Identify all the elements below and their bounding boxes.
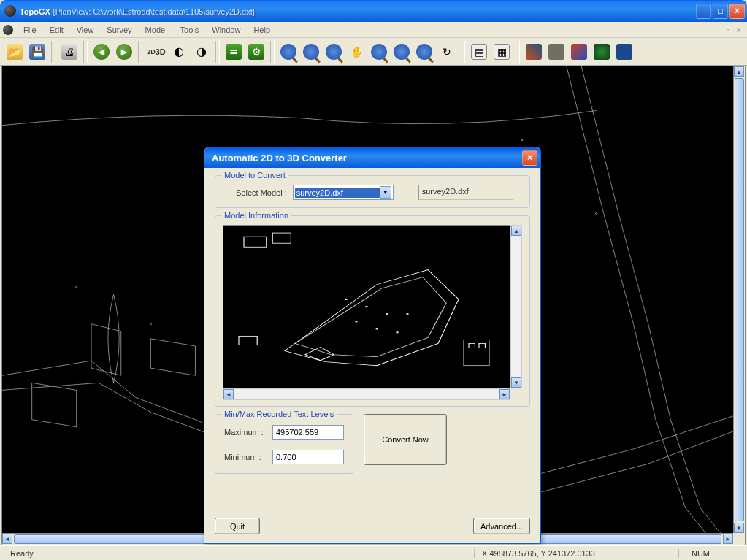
menu-help[interactable]: Help: [248, 24, 276, 36]
settings-button[interactable]: ⚙: [246, 42, 267, 62]
nav-back-button[interactable]: ◄: [91, 42, 112, 62]
menu-file[interactable]: File: [18, 24, 42, 36]
svg-point-16: [386, 313, 388, 315]
model-preview-canvas[interactable]: [223, 225, 510, 388]
menu-survey[interactable]: Survey: [101, 24, 137, 36]
render4-button[interactable]: [591, 42, 612, 62]
select-model-label: Select Model :: [236, 188, 287, 197]
select-model-value: survey2D.dxf: [295, 188, 380, 198]
wireframe-icon: ◐: [171, 44, 187, 60]
layers-icon: ≣: [226, 44, 242, 60]
zoom-prev-button[interactable]: [414, 42, 434, 62]
dialog-title: Automatic 2D to 3D Converter: [212, 153, 522, 164]
render-dots-icon: [616, 44, 632, 60]
document-title: [PlanView: C:\work\Estroad\test data\110…: [53, 7, 255, 16]
scroll-up-arrow[interactable]: ▲: [511, 226, 521, 236]
scroll-down-arrow[interactable]: ▼: [511, 377, 521, 388]
svg-point-15: [366, 306, 367, 307]
mdi-restore-button[interactable]: ▫: [724, 26, 732, 34]
arrow-left-icon: ◄: [93, 44, 110, 60]
chevron-down-icon: ▼: [380, 186, 391, 199]
vertical-scroll-thumb[interactable]: [735, 78, 744, 521]
gears-icon: ⚙: [248, 44, 264, 60]
zoom-extents-icon: [326, 44, 342, 60]
render1-button[interactable]: [524, 42, 544, 62]
svg-rect-11: [244, 237, 267, 247]
group-legend: Model Information: [221, 211, 291, 220]
menu-window[interactable]: Window: [206, 24, 246, 36]
dialog-titlebar[interactable]: Automatic 2D to 3D Converter ×: [204, 147, 540, 168]
menu-tools[interactable]: Tools: [175, 24, 205, 36]
zoom-in-icon: [280, 44, 296, 60]
nav-forward-button[interactable]: ►: [114, 42, 134, 62]
report2-button[interactable]: ▦: [491, 42, 512, 62]
plan-view-canvas[interactable]: ▲ ▼ ◄ ► Automatic 2D to 3D Converter × M…: [1, 66, 746, 545]
mdi-minimize-button[interactable]: _: [712, 26, 722, 34]
report1-button[interactable]: ▤: [469, 42, 489, 62]
layers-button[interactable]: ≣: [223, 42, 244, 62]
status-coordinates: X 495873.5765, Y 241372.0133: [474, 549, 678, 558]
window-minimize-button[interactable]: _: [696, 4, 711, 19]
menu-model[interactable]: Model: [139, 24, 173, 36]
scroll-down-arrow[interactable]: ▼: [734, 523, 744, 533]
open-button[interactable]: 📂: [4, 42, 25, 62]
minimum-input[interactable]: [272, 450, 344, 464]
converter-dialog: Automatic 2D to 3D Converter × Model to …: [204, 147, 541, 544]
render5-button[interactable]: [614, 42, 635, 62]
select-model-dropdown[interactable]: survey2D.dxf ▼: [293, 185, 394, 200]
zoom-refresh-button[interactable]: ↻: [437, 42, 457, 62]
save-button[interactable]: 💾: [27, 42, 47, 62]
zoom-out-button[interactable]: [301, 42, 321, 62]
render-texture-icon: [548, 44, 564, 60]
2d3d-icon: 2D3D: [148, 44, 164, 60]
toolbar-separator: [215, 41, 220, 63]
zoom-extents-button[interactable]: [323, 42, 344, 62]
svg-rect-13: [239, 336, 257, 345]
window-maximize-button[interactable]: □: [713, 4, 728, 19]
window-titlebar: TopoGX [PlanView: C:\work\Estroad\test d…: [0, 0, 747, 22]
svg-point-20: [397, 332, 398, 334]
app-name: TopoGX: [20, 7, 50, 16]
quit-button[interactable]: Quit: [215, 518, 260, 534]
convert-now-button[interactable]: Convert Now: [364, 414, 447, 465]
menubar: File Edit View Survey Model Tools Window…: [0, 22, 747, 38]
toolbar-separator: [83, 41, 88, 63]
render3-button[interactable]: [569, 42, 589, 62]
scroll-right-arrow[interactable]: ►: [723, 534, 733, 544]
zoom-rotate-button[interactable]: [391, 42, 412, 62]
advanced-button[interactable]: Advanced...: [473, 518, 530, 534]
zoom-out-icon: [303, 44, 319, 60]
scroll-corner: [733, 533, 745, 545]
app-icon: [4, 5, 16, 17]
minmax-levels-group: Min/Max Recorded Text Levels Maximum : M…: [215, 414, 353, 474]
preview-horizontal-scrollbar[interactable]: ◄ ►: [223, 388, 510, 400]
scroll-up-arrow[interactable]: ▲: [734, 66, 744, 77]
render2-button[interactable]: [546, 42, 567, 62]
scroll-right-arrow[interactable]: ►: [499, 389, 510, 399]
view-wire1-button[interactable]: ◐: [169, 42, 189, 62]
maximum-label: Maximum :: [224, 428, 267, 437]
view-wire2-button[interactable]: ◑: [191, 42, 212, 62]
menu-edit[interactable]: Edit: [44, 24, 69, 36]
menu-view[interactable]: View: [71, 24, 100, 36]
maximum-input[interactable]: [272, 425, 344, 440]
pan-button[interactable]: ✋: [346, 42, 367, 62]
dialog-body: Model to Convert Select Model : survey2D…: [204, 168, 540, 543]
preview-vertical-scrollbar[interactable]: ▲ ▼: [510, 225, 522, 388]
svg-point-17: [407, 313, 408, 315]
view-2d3d-button[interactable]: 2D3D: [146, 42, 166, 62]
dialog-close-button[interactable]: ×: [522, 150, 537, 166]
scroll-left-arrow[interactable]: ◄: [223, 389, 234, 399]
report-icon: ▤: [471, 44, 487, 60]
window-close-button[interactable]: ×: [729, 4, 745, 19]
scroll-left-arrow[interactable]: ◄: [2, 534, 12, 544]
status-numlock: NUM: [678, 549, 722, 558]
window-title: TopoGX [PlanView: C:\work\Estroad\test d…: [20, 6, 696, 17]
zoom-in-button[interactable]: [278, 42, 299, 62]
zoom-window-button[interactable]: [369, 42, 389, 62]
mdi-close-button[interactable]: ×: [734, 26, 744, 34]
vertical-scrollbar[interactable]: ▲ ▼: [733, 66, 745, 533]
toolbar-separator: [461, 41, 465, 63]
print-button[interactable]: 🖨: [59, 42, 80, 62]
toolbar-separator: [138, 41, 142, 63]
